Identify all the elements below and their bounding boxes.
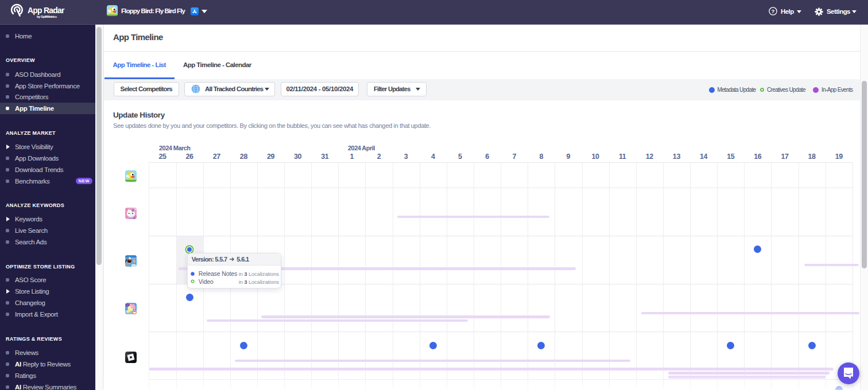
svg-text:?: ? (772, 8, 775, 14)
